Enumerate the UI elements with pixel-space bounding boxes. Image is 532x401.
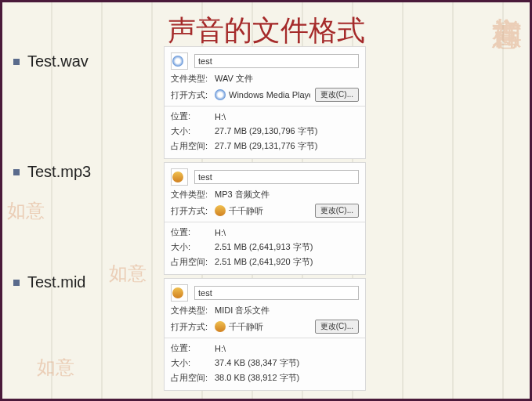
value-disksize: 27.7 MB (29,131,776 字节)	[215, 140, 317, 152]
label-size: 大小:	[171, 125, 215, 137]
value-size: 2.51 MB (2,641,913 字节)	[215, 241, 313, 253]
filename-field[interactable]: test	[194, 54, 359, 68]
label-location: 位置:	[171, 226, 215, 238]
file-icon	[171, 52, 188, 70]
value-openwith: Windows Media Playe	[229, 90, 310, 99]
file-icon	[171, 284, 188, 302]
file-properties-panel: test文件类型:MIDI 音乐文件打开方式:千千静听更改(C)...位置:H:…	[164, 278, 366, 391]
bullet-label: Test.mid	[27, 273, 85, 291]
value-filetype: MP3 音频文件	[215, 189, 270, 200]
label-size: 大小:	[171, 357, 215, 369]
change-button[interactable]: 更改(C)...	[315, 88, 359, 102]
value-location: H:\	[215, 112, 226, 121]
value-size: 37.4 KB (38,347 字节)	[215, 357, 299, 369]
value-location: H:\	[215, 344, 226, 353]
label-disksize: 占用空间:	[171, 372, 215, 384]
value-openwith: 千千静听	[229, 205, 310, 217]
filename-field[interactable]: test	[194, 286, 359, 300]
value-filetype: MIDI 音乐文件	[215, 305, 270, 316]
app-icon	[215, 321, 226, 332]
bullet-icon	[13, 59, 20, 65]
value-size: 27.7 MB (29,130,796 字节)	[215, 125, 317, 137]
bullet-label: Test.mp3	[27, 163, 91, 181]
label-size: 大小:	[171, 241, 215, 253]
separator	[165, 222, 365, 222]
file-properties-panel: test文件类型:WAV 文件打开方式:Windows Media Playe更…	[164, 46, 366, 159]
value-filetype: WAV 文件	[215, 73, 253, 85]
value-location: H:\	[215, 228, 226, 237]
separator	[165, 106, 365, 107]
bullet-icon	[13, 280, 20, 286]
label-location: 位置:	[171, 110, 215, 122]
bullet-item: Test.mp3	[13, 163, 91, 181]
change-button[interactable]: 更改(C)...	[315, 320, 359, 334]
slide-title: 声音的文件格式	[2, 12, 530, 50]
change-button[interactable]: 更改(C)...	[315, 204, 359, 218]
label-disksize: 占用空间:	[171, 140, 215, 152]
label-filetype: 文件类型:	[171, 305, 215, 316]
bullet-label: Test.wav	[27, 52, 89, 70]
bullet-item: Test.wav	[13, 52, 91, 70]
separator	[165, 338, 365, 338]
app-icon	[215, 205, 226, 216]
file-panels: test文件类型:WAV 文件打开方式:Windows Media Playe更…	[164, 46, 366, 394]
decor-stamp: 如意	[109, 261, 147, 286]
file-icon	[171, 168, 188, 186]
value-openwith: 千千静听	[229, 321, 310, 333]
bullet-item: Test.mid	[13, 273, 91, 291]
bullet-icon	[13, 169, 20, 175]
label-openwith: 打开方式:	[171, 89, 215, 101]
label-filetype: 文件类型:	[171, 73, 215, 85]
label-disksize: 占用空间:	[171, 256, 215, 268]
app-icon	[215, 89, 226, 100]
label-filetype: 文件类型:	[171, 189, 215, 200]
label-openwith: 打开方式:	[171, 205, 215, 217]
value-disksize: 2.51 MB (2,641,920 字节)	[215, 256, 313, 268]
bullet-list: Test.wav Test.mp3 Test.mid	[13, 51, 91, 291]
filename-field[interactable]: test	[194, 170, 359, 184]
decor-stamp: 如意	[37, 355, 74, 380]
label-openwith: 打开方式:	[171, 321, 215, 333]
value-disksize: 38.0 KB (38,912 字节)	[215, 372, 299, 384]
label-location: 位置:	[171, 342, 215, 354]
file-properties-panel: test文件类型:MP3 音频文件打开方式:千千静听更改(C)...位置:H:\…	[164, 162, 366, 275]
